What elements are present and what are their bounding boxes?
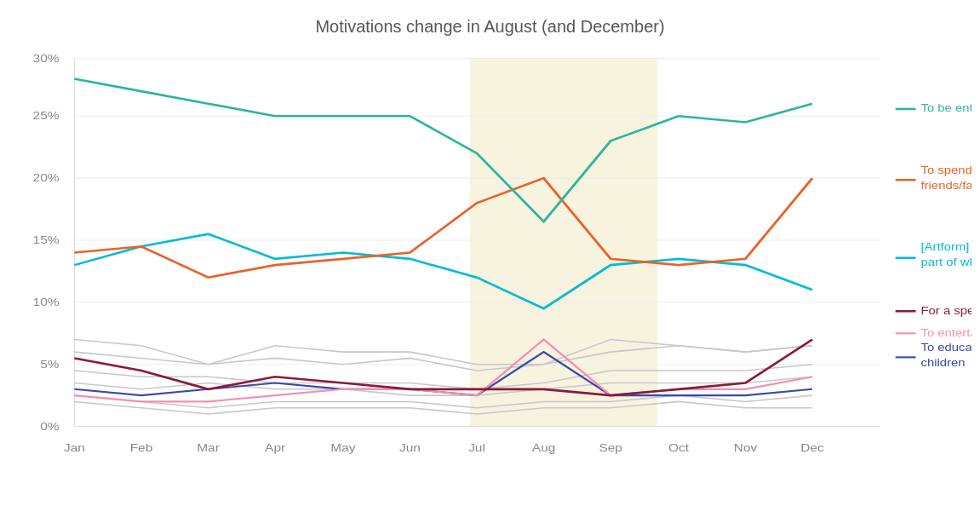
svg-text:Nov: Nov: [734, 441, 758, 454]
svg-text:children: children: [920, 356, 965, 369]
svg-text:To be entertained: To be entertained: [920, 101, 971, 114]
svg-text:30%: 30%: [33, 52, 60, 65]
svg-text:Jun: Jun: [399, 441, 421, 454]
svg-text:Oct: Oct: [668, 441, 689, 454]
svg-text:25%: 25%: [33, 109, 60, 122]
main-chart-svg: 0% 5% 10% 15% 20% 25% 30% Jan Feb Mar Ap…: [9, 45, 971, 480]
chart-container: Motivations change in August (and Decemb…: [0, 0, 980, 512]
svg-text:Sep: Sep: [599, 441, 622, 454]
svg-text:Jan: Jan: [64, 441, 85, 454]
svg-text:May: May: [330, 441, 356, 454]
svg-text:For a special occasion: For a special occasion: [920, 304, 971, 317]
svg-text:15%: 15%: [33, 233, 60, 246]
svg-text:Apr: Apr: [265, 441, 285, 454]
svg-text:10%: 10%: [33, 296, 60, 308]
svg-text:To educate/stimulate my: To educate/stimulate my: [920, 341, 971, 354]
svg-text:To entertain my children: To entertain my children: [920, 326, 971, 339]
svg-text:Mar: Mar: [197, 441, 220, 454]
svg-text:friends/family: friends/family: [920, 179, 971, 192]
chart-area: 0% 5% 10% 15% 20% 25% 30% Jan Feb Mar Ap…: [9, 45, 971, 480]
svg-text:Dec: Dec: [800, 441, 823, 454]
svg-text:To spend time with: To spend time with: [920, 164, 971, 176]
svg-text:part of who I am: part of who I am: [920, 256, 971, 268]
svg-text:Aug: Aug: [532, 441, 555, 454]
svg-text:5%: 5%: [40, 358, 59, 371]
svg-text:20%: 20%: [33, 171, 60, 184]
chart-title: Motivations change in August (and Decemb…: [9, 17, 971, 37]
svg-text:0%: 0%: [40, 420, 59, 433]
svg-text:Feb: Feb: [130, 441, 153, 454]
svg-text:[Artform] is an important: [Artform] is an important: [920, 240, 971, 253]
svg-text:Jul: Jul: [468, 441, 485, 454]
